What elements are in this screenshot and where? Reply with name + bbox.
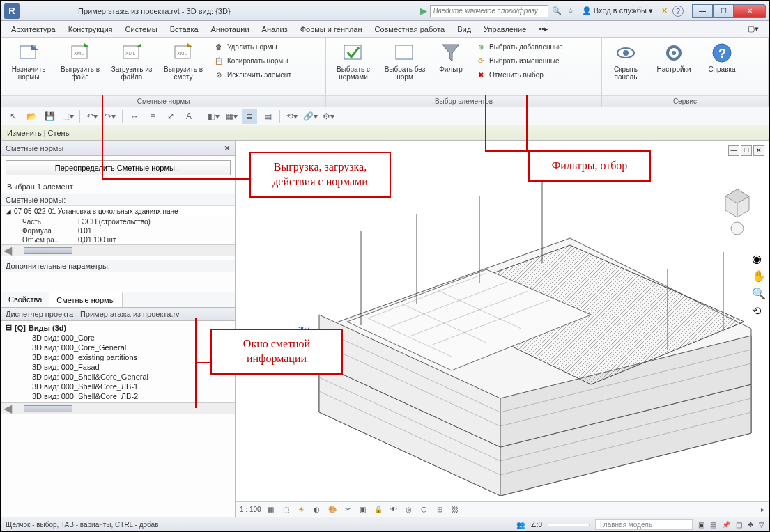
help-button[interactable]: ? Справка xyxy=(702,40,741,75)
tree-item[interactable]: 3D вид: 000_Fasad xyxy=(4,362,232,372)
menu-insert[interactable]: Вставка xyxy=(164,23,204,36)
pan-icon[interactable]: ✋ xyxy=(752,269,766,285)
menu-collaborate[interactable]: Совместная работа xyxy=(369,23,451,36)
export-file-button[interactable]: XML Выгрузить в файл xyxy=(57,40,103,82)
tree-item[interactable]: 3D вид: 000_Core_General xyxy=(4,343,232,352)
text-icon[interactable]: A xyxy=(181,109,197,124)
zoom-icon[interactable]: 🔍 xyxy=(752,287,766,302)
angle-field[interactable]: ∠:0 xyxy=(530,521,542,529)
settings-button[interactable]: Настройки xyxy=(651,40,697,75)
close-button[interactable]: ✕ xyxy=(734,4,766,18)
dimension-icon[interactable]: ⤢ xyxy=(163,109,178,124)
minimize-button[interactable]: — xyxy=(692,4,713,18)
hide-panel-button[interactable]: Скрыть панель xyxy=(606,40,645,82)
menu-architecture[interactable]: Архитектура xyxy=(6,23,61,36)
temp-hide-icon[interactable]: 👁 xyxy=(388,504,399,515)
sync-icon[interactable]: ⟲▾ xyxy=(284,109,300,124)
detail-level-icon[interactable]: ▦ xyxy=(265,504,277,515)
menu-expand[interactable]: ▢▾ xyxy=(742,22,764,36)
render-icon[interactable]: 🎨 xyxy=(327,504,338,515)
help-icon[interactable]: ? xyxy=(672,6,684,17)
shadows-icon[interactable]: ◐ xyxy=(311,504,323,515)
menu-view[interactable]: Вид xyxy=(452,23,477,36)
expand-icon[interactable]: ◢ xyxy=(6,208,11,215)
tree-item[interactable]: 3D вид: 000_Shell&Core_ЛВ-1 xyxy=(4,382,232,391)
cancel-select-button[interactable]: ✖Отменить выбор xyxy=(474,68,564,81)
copy-norms-button[interactable]: 📋Копировать нормы xyxy=(212,54,293,67)
binoculars-icon[interactable]: 🔍 xyxy=(551,6,562,17)
search-input[interactable] xyxy=(430,5,548,17)
filter-status-icon[interactable]: ▽ xyxy=(759,521,764,529)
manage-links-icon[interactable]: ⚙▾ xyxy=(321,109,336,124)
select-pinned-icon[interactable]: 📌 xyxy=(722,521,730,529)
panel-close-icon[interactable]: ✕ xyxy=(224,143,231,153)
menu-systems[interactable]: Системы xyxy=(120,23,163,36)
constraints-icon[interactable]: ⛓ xyxy=(449,504,461,515)
worksets-icon[interactable]: ⊞ xyxy=(434,504,445,515)
exchange-icon[interactable]: ✕ xyxy=(659,6,670,17)
gear-icon xyxy=(663,42,685,64)
visual-style-icon[interactable]: ⬚ xyxy=(281,504,292,515)
detail-icon[interactable]: ▦▾ xyxy=(224,109,239,124)
override-norms-button[interactable]: Переопределить Сметные нормы... xyxy=(6,160,231,175)
menu-annotate[interactable]: Аннотации xyxy=(206,23,255,36)
filter-button[interactable]: Фильтр xyxy=(433,40,468,75)
open-icon[interactable]: 📂 xyxy=(24,109,39,124)
crop-visible-icon[interactable]: ▣ xyxy=(357,504,369,515)
tree-item[interactable]: 3D вид: 000_existing partitions xyxy=(4,352,232,362)
menu-manage[interactable]: Управление xyxy=(478,23,532,36)
link-icon[interactable]: 🔗▾ xyxy=(302,109,318,124)
maximize-button[interactable]: ☐ xyxy=(713,4,734,18)
modify-icon[interactable]: ↖ xyxy=(6,109,21,124)
export-estimate-button[interactable]: XML Выгрузить в смету xyxy=(160,40,206,82)
nav-wheel-icon[interactable]: ◉ xyxy=(752,252,766,267)
tab-properties[interactable]: Свойства xyxy=(1,292,49,307)
align-icon[interactable]: ≡ xyxy=(145,109,160,124)
crop-icon[interactable]: ✂ xyxy=(342,504,353,515)
view-cube[interactable] xyxy=(718,182,756,237)
lock-icon[interactable]: 🔒 xyxy=(373,504,384,515)
thin-lines-icon[interactable]: ≣ xyxy=(242,109,257,124)
norm-item[interactable]: ◢ 07-05-022-01 Установка в цокольных зда… xyxy=(1,206,235,217)
menu-analyze[interactable]: Анализ xyxy=(256,23,293,36)
measure-icon[interactable]: ↔ xyxy=(127,109,142,124)
tree-item[interactable]: 3D вид: 000_Shell&Core_General xyxy=(4,372,232,382)
analytic-icon[interactable]: ⬡ xyxy=(419,504,430,515)
tree-item[interactable]: 3D вид: 000_Shell&Core_ЛВ-2 xyxy=(4,391,232,401)
tree-root-views[interactable]: ⊟ [Q] Виды (3d) xyxy=(4,322,232,333)
assign-norms-button[interactable]: Назначить нормы xyxy=(6,40,52,82)
reveal-icon[interactable]: ◎ xyxy=(403,504,415,515)
menu-massing[interactable]: Формы и генплан xyxy=(295,23,368,36)
sun-path-icon[interactable]: ☀ xyxy=(296,504,307,515)
drag-elements-icon[interactable]: ✥ xyxy=(748,521,753,529)
menu-more[interactable]: ••▸ xyxy=(533,22,554,36)
select-without-norms-button[interactable]: Выбрать без норм xyxy=(382,40,428,82)
worksharing-icon[interactable]: 👥 xyxy=(516,521,525,529)
model-selector[interactable]: Главная модель xyxy=(595,519,693,530)
section-icon[interactable]: ◧▾ xyxy=(206,109,221,124)
undo-icon[interactable]: ↶▾ xyxy=(84,109,100,124)
select-with-norms-button[interactable]: Выбрать с нормами xyxy=(330,40,376,82)
3d-icon[interactable]: ⬚▾ xyxy=(60,109,75,124)
redo-icon[interactable]: ↷▾ xyxy=(102,109,118,124)
select-underlay-icon[interactable]: ▤ xyxy=(710,521,716,529)
login-button[interactable]: 👤 Вход в службы ▾ xyxy=(579,6,656,15)
menu-structure[interactable]: Конструкция xyxy=(63,23,118,36)
select-links-icon[interactable]: ▣ xyxy=(698,521,704,529)
h-scrollbar[interactable]: ◀ xyxy=(1,402,235,414)
collapse-icon[interactable]: ⊟ xyxy=(6,323,12,332)
exclude-element-button[interactable]: ⊘Исключить элемент xyxy=(212,68,293,81)
delete-norms-button[interactable]: 🗑Удалить нормы xyxy=(212,40,293,53)
tree-item[interactable]: 3D вид: 000_Core xyxy=(4,333,232,343)
import-file-button[interactable]: XML Загрузить из файла xyxy=(109,40,155,82)
save-icon[interactable]: 💾 xyxy=(42,109,57,124)
select-changed-button[interactable]: ⟳Выбрать изменённые xyxy=(474,54,564,67)
tab-norms[interactable]: Сметные нормы xyxy=(49,292,122,307)
h-scrollbar[interactable]: ◀ xyxy=(1,244,235,256)
orbit-icon[interactable]: ⟲ xyxy=(752,304,766,320)
select-face-icon[interactable]: ◫ xyxy=(736,521,742,529)
scale-label[interactable]: 1 : 100 xyxy=(240,506,261,513)
star-icon[interactable]: ☆ xyxy=(565,6,576,17)
select-added-button[interactable]: ⊕Выбрать добавленные xyxy=(474,40,564,53)
render-icon[interactable]: ▤ xyxy=(260,109,275,124)
